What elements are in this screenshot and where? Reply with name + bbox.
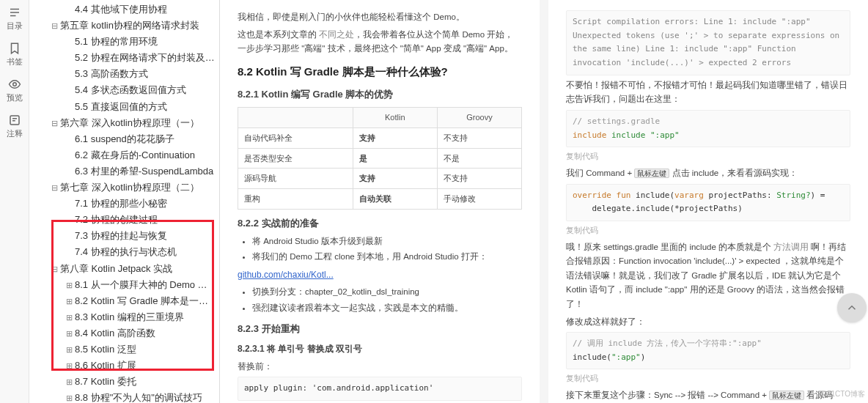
bookmark-icon — [8, 42, 21, 55]
toc-item-label: 8.1 从一个膜拜大神的 Demo 开始 — [75, 279, 216, 290]
table-row: 是否类型安全是不是 — [238, 148, 522, 169]
toc-item[interactable]: 7.3 协程的挂起与恢复 — [31, 228, 216, 244]
toc-item[interactable]: ⊞8.3 Kotlin 编程的三重境界 — [31, 309, 216, 325]
toc-item-label: 6.1 suspend的花花肠子 — [75, 133, 174, 144]
toc-item[interactable]: ⊞8.4 Kotlin 高阶函数 — [31, 325, 216, 341]
tree-toggle-icon[interactable]: ⊞ — [66, 375, 75, 389]
tree-toggle-icon[interactable]: ⊟ — [51, 19, 60, 33]
table-head-blank — [238, 108, 353, 128]
github-link[interactable]: github.com/chaxiu/Kotl... — [238, 270, 334, 280]
toc-panel[interactable]: 4.4 其他域下使用协程⊟第五章 kotlin协程的网络请求封装5.1 协程的常… — [29, 0, 220, 403]
section-8-2-2-title: 8.2.2 实战前的准备 — [238, 215, 522, 232]
toc-item-label: 8.4 Kotlin 高阶函数 — [75, 328, 155, 339]
table-head-kotlin: Kotlin — [353, 108, 437, 128]
toc-item[interactable]: ⊞8.8 协程"不为人知"的调试技巧 — [31, 390, 216, 403]
toc-item-label: 8.8 协程"不为人知"的调试技巧 — [75, 392, 202, 403]
chevron-up-icon — [845, 301, 858, 314]
para-repeat: 接下来重复这个步骤：Sync --> 报错 --> Command + 鼠标左键… — [566, 388, 850, 403]
toc-item[interactable]: ⊟第六章 深入kotlin协程原理（一） — [31, 115, 216, 131]
toc-item[interactable]: 6.1 suspend的花花肠子 — [31, 131, 216, 147]
code-include-fixed: // 调用 include 方法，传入一个字符串:":app" include(… — [566, 332, 850, 369]
toc-item-label: 第八章 Kotlin Jetpack 实战 — [60, 263, 172, 274]
tree-toggle-icon[interactable]: ⊞ — [66, 295, 75, 308]
scroll-top-button[interactable] — [837, 293, 867, 322]
rail-preview[interactable]: 预览 — [7, 78, 23, 103]
section-8-2-title: 8.2 Kotlin 写 Gradle 脚本是一种什么体验? — [238, 62, 522, 81]
page-left: 我相信，即使是刚入门的小伙伴也能轻松看懂这个 Demo。 这也是本系列文章的 不… — [220, 0, 540, 403]
intro-1: 我相信，即使是刚入门的小伙伴也能轻松看懂这个 Demo。 — [238, 10, 522, 25]
toc-item[interactable]: 7.2 协程的创建过程 — [31, 212, 216, 228]
list-item: 切换到分支：chapter_02_kotlin_dsl_training — [252, 285, 522, 300]
toc-item-label: 5.1 协程的常用环境 — [75, 36, 158, 47]
para-dont-fear: 不要怕！报错不可怕，不报错才可怕！最起码我们知道哪里错了，错误日志告诉我们，问题… — [566, 78, 850, 107]
toc-item-label: 5.2 协程在网络请求下的封装及使用 — [75, 52, 216, 63]
toc-item[interactable]: 7.4 协程的执行与状态机 — [31, 244, 216, 260]
toc-item-label: 8.5 Kotlin 泛型 — [75, 344, 136, 355]
toc-item-label: 7.3 协程的挂起与恢复 — [75, 230, 167, 241]
toc-item-label: 4.4 其他域下使用协程 — [75, 4, 167, 15]
prep-list-1: 将 Android Studio 版本升级到最新 将我们的 Demo 工程 cl… — [252, 234, 522, 265]
tree-toggle-icon[interactable]: ⊞ — [66, 391, 75, 403]
toc-item[interactable]: ⊟第七章 深入kotlin协程原理（二） — [31, 180, 216, 196]
watermark: ©51CTO博客 — [822, 388, 865, 400]
toc-item[interactable]: ⊞8.2 Kotlin 写 Gradle 脚本是一种什么体 — [31, 293, 216, 309]
toc-item[interactable]: 6.3 村里的希望-SuspendLambda — [31, 163, 216, 180]
list-item: 将我们的 Demo 工程 clone 到本地，用 Android Studio … — [252, 250, 522, 265]
table-row: 重构自动关联手动修改 — [238, 188, 522, 209]
toc-item[interactable]: ⊞8.7 Kotlin 委托 — [31, 374, 216, 390]
rail-note[interactable]: 注释 — [7, 114, 23, 139]
section-8-2-3-title: 8.2.3 开始重构 — [238, 321, 522, 337]
toc-item[interactable]: 5.5 直接返回值的方式 — [31, 99, 216, 115]
replace-before-label: 替换前： — [238, 360, 522, 374]
table-row: 自动代码补全支持不支持 — [238, 127, 522, 148]
toc-item-label: 第七章 深入kotlin协程原理（二） — [60, 182, 199, 193]
toc-item[interactable]: 5.4 多状态函数返回值方式 — [31, 82, 216, 98]
content-panel: 我相信，即使是刚入门的小伙伴也能轻松看懂这个 Demo。 这也是本系列文章的 不… — [220, 0, 868, 403]
toc-item-label: 7.1 协程的那些小秘密 — [75, 198, 167, 209]
kotlin-groovy-table: Kotlin Groovy 自动代码补全支持不支持 是否类型安全是不是 源码导航… — [238, 107, 522, 209]
list-item: 将 Android Studio 版本升级到最新 — [252, 234, 522, 249]
copy-code-label[interactable]: 复制代码 — [566, 372, 850, 385]
toc-item[interactable]: 7.1 协程的那些小秘密 — [31, 196, 216, 212]
para-cmd-click: 我们 Command + 鼠标左键 点击 include，来看看源码实现： — [566, 166, 850, 181]
table-head-groovy: Groovy — [437, 108, 521, 128]
toc-item[interactable]: 5.3 高阶函数方式 — [31, 66, 216, 82]
svg-point-0 — [12, 83, 16, 86]
toc-item[interactable]: ⊞8.6 Kotlin 扩展 — [31, 358, 216, 374]
tree-toggle-icon[interactable]: ⊟ — [51, 181, 60, 195]
toc-item-label: 8.7 Kotlin 委托 — [75, 376, 136, 387]
toc-item[interactable]: ⊟第八章 Kotlin Jetpack 实战 — [31, 261, 216, 277]
toc-item-label: 5.5 直接返回值的方式 — [75, 101, 167, 112]
tree-toggle-icon[interactable]: ⊞ — [66, 278, 75, 292]
toc-item[interactable]: ⊞8.5 Kotlin 泛型 — [31, 341, 216, 358]
left-rail: 目录 书签 预览 注释 — [0, 0, 29, 403]
rail-toc[interactable]: 目录 — [7, 6, 23, 32]
toc-item-label: 7.4 协程的执行与状态机 — [75, 246, 177, 257]
rail-note-label: 注释 — [7, 128, 23, 139]
rail-bookmark[interactable]: 书签 — [7, 42, 23, 67]
list-item: 强烈建议读者跟着本文一起实战，实践是本文的精髓。 — [252, 301, 522, 316]
toc-item[interactable]: 6.2 藏在身后的-Continuation — [31, 147, 216, 163]
toc-item-label: 第五章 kotlin协程的网络请求封装 — [60, 20, 199, 31]
toc-item[interactable]: ⊞8.1 从一个膜拜大神的 Demo 开始 — [31, 277, 216, 293]
tree-toggle-icon[interactable]: ⊞ — [66, 311, 75, 325]
prep-list-2: 切换到分支：chapter_02_kotlin_dsl_training 强烈建… — [252, 285, 522, 315]
tree-toggle-icon[interactable]: ⊞ — [66, 359, 75, 373]
toc-item-label: 8.3 Kotlin 编程的三重境界 — [75, 311, 184, 322]
tree-toggle-icon[interactable]: ⊞ — [66, 343, 75, 357]
tree-toggle-icon[interactable]: ⊞ — [66, 327, 75, 341]
tree-toggle-icon[interactable]: ⊟ — [51, 262, 60, 276]
toc-item-label: 6.2 藏在身后的-Continuation — [75, 149, 195, 160]
toc-item[interactable]: 5.2 协程在网络请求下的封装及使用 — [31, 50, 216, 66]
toc-icon — [8, 6, 21, 19]
error-output: Script compilation errors: Line 1: inclu… — [566, 10, 850, 75]
tree-toggle-icon[interactable]: ⊟ — [51, 117, 60, 130]
copy-code-label[interactable]: 复制代码 — [566, 150, 850, 163]
toc-item[interactable]: 5.1 协程的常用环境 — [31, 34, 216, 50]
toc-item[interactable]: 4.4 其他域下使用协程 — [31, 1, 216, 18]
toc-item[interactable]: ⊟第五章 kotlin协程的网络请求封装 — [31, 18, 216, 34]
copy-code-label[interactable]: 复制代码 — [566, 224, 850, 237]
rail-toc-label: 目录 — [7, 21, 23, 32]
code-override: override fun include(vararg projectPaths… — [566, 184, 850, 221]
toc-item-label: 7.2 协程的创建过程 — [75, 214, 158, 225]
